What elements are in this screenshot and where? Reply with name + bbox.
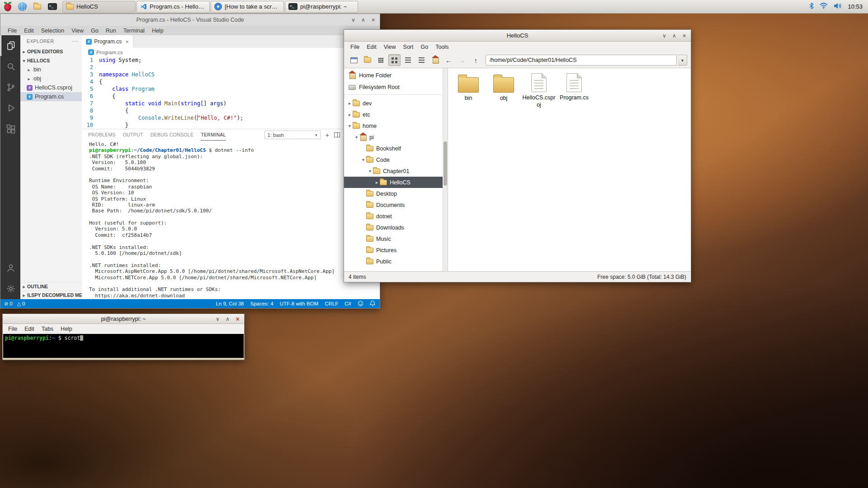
vscode-menu-go[interactable]: Go (87, 26, 102, 35)
vscode-menu-run[interactable]: Run (102, 26, 120, 35)
tree-item-pi[interactable]: ▾pi (344, 131, 448, 143)
vscode-titlebar[interactable]: Program.cs - HelloCS - Visual Studio Cod… (0, 14, 380, 26)
sidebar-section-open-editors[interactable]: ▸OPEN EDITORS (20, 47, 82, 56)
filemanager-launcher[interactable] (30, 0, 45, 13)
sidebar-section-hellocs[interactable]: ▾HELLOCS (20, 56, 82, 65)
scrollbar-thumb[interactable] (443, 141, 447, 186)
tab-program-cs[interactable]: # Program.cs × (82, 35, 133, 48)
bluetooth-icon[interactable] (809, 2, 814, 11)
new-terminal-button[interactable]: + (326, 132, 329, 138)
file-hellocs-csproj[interactable]: HelloCS.csproj (521, 72, 557, 108)
fm-titlebar[interactable]: HelloCS ∨ ∧ × (344, 30, 691, 42)
tree-item-dev[interactable]: ▸dev (344, 98, 448, 109)
shell-selector[interactable]: 1: bash ▾ (264, 131, 321, 139)
errors-indicator[interactable]: ⊘0 (4, 301, 13, 307)
more-actions-icon[interactable]: ··· (72, 38, 78, 44)
tree-item-documents[interactable]: Documents (344, 199, 448, 211)
explorer-item-obj[interactable]: ▸obj (20, 74, 82, 83)
panel-tab-terminal[interactable]: TERMINAL (201, 129, 226, 141)
browser-launcher[interactable] (15, 0, 30, 13)
notifications-bell-icon[interactable] (370, 300, 375, 307)
maximize-button[interactable]: ∧ (670, 32, 678, 39)
code-line[interactable]: 6 { (82, 93, 380, 100)
tree-item-public[interactable]: Public (344, 256, 448, 267)
tree-item-home[interactable]: ▾home (344, 120, 448, 131)
file-bin[interactable]: bin (451, 72, 486, 102)
vscode-menu-terminal[interactable]: Terminal (120, 26, 148, 35)
taskbar-task-pi-raspberrypi[interactable]: pi@raspberrypi: ~ (285, 1, 358, 13)
vscode-menu-edit[interactable]: Edit (20, 26, 38, 35)
file-program-cs[interactable]: Program.cs (557, 72, 592, 102)
status-item-crlf[interactable]: CRLF (325, 301, 338, 306)
explorer-item-bin[interactable]: ▸bin (20, 65, 82, 74)
status-item-c[interactable]: C# (344, 301, 351, 306)
fm-file-list[interactable]: binobjHelloCS.csprojProgram.cs (448, 68, 691, 271)
tree-item-bookshelf[interactable]: Bookshelf (344, 143, 448, 154)
feedback-icon[interactable] (358, 300, 363, 307)
lxterminal-menu-file[interactable]: File (5, 324, 21, 334)
shade-button[interactable]: ∨ (660, 32, 668, 39)
tree-item-desktop[interactable]: Desktop (344, 188, 448, 199)
tree-item-downloads[interactable]: Downloads (344, 222, 448, 233)
fm-menu-sort[interactable]: Sort (400, 42, 417, 52)
view-compact-button[interactable] (402, 54, 414, 66)
activitybar-explorer[interactable] (0, 35, 20, 56)
explorer-item-program-cs[interactable]: #Program.cs (20, 92, 82, 101)
fm-menu-file[interactable]: File (347, 42, 363, 52)
tree-item-hellocs[interactable]: ▸HelloCS (344, 177, 448, 188)
warnings-indicator[interactable]: △0 (17, 301, 25, 307)
path-dropdown-button[interactable]: ▾ (678, 55, 687, 66)
status-item-utf-8-with-bom[interactable]: UTF-8 with BOM (280, 301, 319, 306)
code-line[interactable]: 10 } (82, 122, 380, 129)
code-line[interactable]: 8 { (82, 107, 380, 114)
activitybar-search[interactable] (0, 56, 20, 77)
vscode-menu-selection[interactable]: Selection (38, 26, 68, 35)
fm-menu-tools[interactable]: Tools (432, 42, 452, 52)
tree-item-dotnet[interactable]: dotnet (344, 211, 448, 222)
activitybar-source-control[interactable] (0, 77, 20, 98)
code-line[interactable]: 9 Console.WriteLine("Hello, C#!"); (82, 114, 380, 122)
back-button[interactable]: ← (443, 54, 455, 66)
view-thumbnails-button[interactable] (375, 54, 387, 66)
vscode-menu-help[interactable]: Help (148, 26, 167, 35)
split-terminal-button[interactable] (334, 132, 340, 137)
close-button[interactable]: × (680, 32, 688, 39)
vscode-menu-file[interactable]: File (4, 26, 20, 35)
shade-button[interactable]: ∨ (214, 315, 222, 323)
breadcrumb[interactable]: # Program.cs (82, 48, 380, 56)
up-button[interactable]: ↑ (470, 54, 482, 66)
taskbar-task-hellocs[interactable]: HelloCS (62, 1, 136, 13)
tree-scrollbar[interactable] (443, 68, 448, 271)
code-line[interactable]: 7 static void Main(string[] args) (82, 100, 380, 107)
maximize-button[interactable]: ∧ (224, 315, 231, 323)
view-detailed-button[interactable] (415, 54, 428, 66)
panel-tab-problems[interactable]: PROBLEMS (88, 129, 116, 141)
close-button[interactable]: × (234, 315, 241, 323)
code-line[interactable]: 2 (82, 64, 380, 71)
activitybar-extensions[interactable] (0, 118, 20, 139)
app-menu-button[interactable] (0, 0, 15, 13)
sidebar-section-outline[interactable]: ▸OUTLINE (20, 282, 82, 291)
lxterminal-menu-tabs[interactable]: Tabs (38, 324, 57, 334)
terminal-screen[interactable]: pi@raspberrypi:~ $ scrot (3, 334, 244, 358)
terminal-launcher[interactable] (45, 0, 60, 13)
forward-button[interactable]: → (456, 54, 468, 66)
volume-icon[interactable] (834, 3, 842, 11)
sidebar-section-ilspy-decompiled-memb[interactable]: ▸ILSPY DECOMPILED MEMB... (20, 291, 82, 299)
panel-tab-output[interactable]: OUTPUT (123, 129, 143, 141)
code-line[interactable]: 3namespace HelloCS (82, 71, 380, 78)
tree-item-etc[interactable]: ▸etc (344, 109, 448, 120)
lxterminal-titlebar[interactable]: pi@raspberrypi: ~ ∨ ∧ × (3, 314, 244, 324)
maximize-button[interactable]: ∧ (359, 16, 367, 24)
close-tab-icon[interactable]: × (125, 38, 129, 45)
code-line[interactable]: 1using System; (82, 56, 380, 64)
account-button[interactable] (0, 258, 20, 278)
taskbar-task-program-cs-hellocs[interactable]: Program.cs - HelloCS... (137, 1, 210, 13)
fm-menu-go[interactable]: Go (417, 42, 432, 52)
tree-item-chapter01[interactable]: ▾Chapter01 (344, 165, 448, 177)
path-input[interactable] (486, 55, 677, 66)
tree-item-music[interactable]: Music (344, 233, 448, 244)
lxterminal-menu-help[interactable]: Help (57, 324, 76, 334)
place-home-folder[interactable]: Home Folder (344, 70, 448, 81)
new-window-button[interactable] (348, 54, 360, 66)
